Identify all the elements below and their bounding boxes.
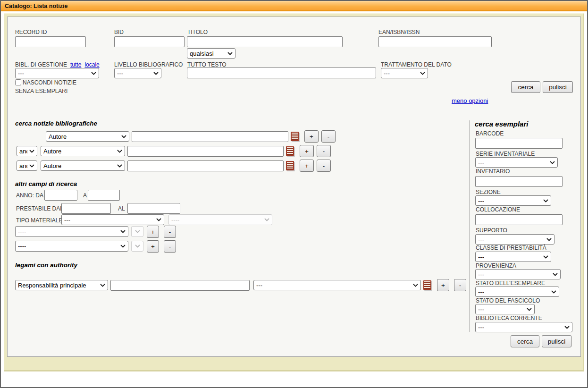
barcode-label: BARCODE: [476, 130, 504, 137]
catalog-window: Catalogo: Lista notizie RECORD ID BID TI…: [0, 0, 588, 388]
chevron-down-icon: [29, 150, 34, 153]
bibl-gestione-select[interactable]: ---: [15, 68, 99, 78]
tutto-testo-label: TUTTO TESTO: [187, 61, 227, 68]
esemplari-divider: [470, 120, 470, 332]
bibl-locale-link[interactable]: locale: [84, 61, 99, 68]
ean-input[interactable]: [378, 36, 492, 47]
cerca-button[interactable]: cerca: [511, 81, 540, 93]
serie-inventariale-label: SERIE INVENTARIALE: [476, 151, 535, 157]
anno-a-input[interactable]: [88, 190, 120, 201]
notizie-add-row-button-3[interactable]: +: [300, 160, 314, 172]
prestabile-dal-input[interactable]: [61, 203, 111, 214]
notizie-field-select-1[interactable]: Autore: [46, 131, 129, 142]
biblioteca-corrente-label: BIBLIOTECA CORRENTE: [476, 315, 542, 321]
stato-esemplare-label: STATO DELL'ESEMPLARE: [476, 280, 545, 287]
record-id-input[interactable]: [15, 36, 86, 47]
livello-select[interactable]: ---: [114, 68, 161, 78]
altri-add-row-button-2[interactable]: +: [147, 240, 159, 253]
notizie-field-select-3[interactable]: Autore: [41, 160, 125, 171]
tipo-materiale-select[interactable]: ---: [61, 214, 164, 225]
chevron-down-icon: [100, 284, 105, 287]
tipo-materiale-secondary-select: ----: [168, 214, 272, 225]
titolo-input[interactable]: [187, 36, 343, 47]
trattamento-label: TRATTAMENTO DEL DATO: [381, 61, 452, 68]
chevron-down-icon: [117, 150, 122, 153]
notizie-term-input-1[interactable]: [132, 131, 288, 142]
chevron-down-icon: [156, 218, 161, 221]
prestabile-al-input[interactable]: [127, 203, 180, 214]
notizie-field-select-2[interactable]: Autore: [41, 146, 125, 156]
chevron-down-icon: [91, 72, 96, 75]
legami-term-input[interactable]: [110, 280, 250, 291]
bid-label: BID: [114, 29, 124, 35]
titolo-match-select[interactable]: qualsiasi: [187, 48, 235, 59]
bid-input[interactable]: [114, 36, 185, 47]
chevron-down-icon: [550, 161, 555, 164]
altri-add-row-button-1[interactable]: +: [147, 226, 159, 238]
nascondi-checkbox-row: NASCONDI NOTIZIE SENZA ESEMPLARI: [15, 78, 90, 95]
altri-extra-select-2[interactable]: ----: [15, 241, 128, 252]
titolo-label: TITOLO: [187, 29, 208, 35]
chevron-down-icon: [121, 135, 126, 138]
list-lookup-icon[interactable]: [286, 161, 294, 170]
meno-opzioni-link[interactable]: meno opzioni: [452, 97, 488, 104]
inventario-input[interactable]: [475, 176, 563, 187]
chevron-down-icon: [543, 255, 548, 259]
legami-authority-select[interactable]: ---: [253, 280, 421, 290]
chevron-down-icon: [120, 230, 126, 233]
serie-inventariale-select[interactable]: ---: [475, 157, 558, 168]
record-id-label: RECORD ID: [15, 29, 47, 35]
supporto-select[interactable]: ---: [475, 234, 554, 245]
notizie-term-input-3[interactable]: [127, 160, 284, 171]
legami-field-select[interactable]: Responsabilità principale: [15, 280, 108, 290]
altri-heading: altri campi di ricerca: [15, 180, 77, 187]
stato-esemplare-select[interactable]: ---: [475, 287, 559, 297]
altri-extra-select-1[interactable]: ----: [15, 226, 128, 237]
stato-fascicolo-select[interactable]: ---: [475, 304, 535, 314]
notizie-remove-row-button-2[interactable]: -: [317, 145, 331, 157]
prestabile-al-label: AL: [118, 205, 125, 212]
esemplari-pulisci-button[interactable]: pulisci: [542, 335, 571, 347]
provenienza-label: PROVENIENZA: [476, 262, 516, 269]
tutto-testo-input[interactable]: [187, 67, 376, 78]
bibl-tutte-link[interactable]: tutte: [70, 61, 81, 68]
sezione-select[interactable]: ---: [475, 195, 551, 206]
page-title: Catalogo: Lista notizie: [5, 3, 67, 9]
list-lookup-icon[interactable]: [286, 146, 294, 156]
notizie-add-row-button-1[interactable]: +: [304, 130, 319, 143]
anno-a-label: A: [83, 192, 87, 199]
pulisci-button[interactable]: pulisci: [543, 81, 573, 93]
livello-label: LIVELLO BIBLIOGRAFICO: [114, 61, 183, 68]
list-lookup-icon[interactable]: [423, 280, 431, 290]
notizie-add-row-button-2[interactable]: +: [300, 145, 314, 157]
notizie-remove-row-button-3[interactable]: -: [317, 160, 331, 172]
list-lookup-icon[interactable]: [291, 132, 299, 141]
trattamento-select[interactable]: ---: [381, 68, 428, 78]
bibl-gestione-label: BIBL. DI GESTIONE: [15, 61, 67, 68]
nascondi-checkbox[interactable]: [15, 79, 21, 85]
notizie-remove-row-button-1[interactable]: -: [321, 130, 336, 143]
sezione-label: SEZIONE: [476, 189, 501, 195]
legami-remove-row-button[interactable]: -: [454, 279, 466, 291]
classe-prestabilita-select[interactable]: ---: [475, 252, 551, 262]
notizie-bool-select-3[interactable]: and: [17, 160, 37, 171]
nascondi-label: NASCONDI NOTIZIE SENZA ESEMPLARI: [15, 79, 76, 94]
collocazione-input[interactable]: [475, 214, 563, 225]
esemplari-cerca-button[interactable]: cerca: [511, 335, 539, 347]
altri-remove-row-button-2[interactable]: -: [164, 240, 176, 253]
provenienza-select[interactable]: ---: [475, 269, 561, 279]
legami-add-row-button[interactable]: +: [437, 279, 449, 291]
prestabile-dal-label: PRESTABILE DAL: [16, 205, 63, 212]
notizie-bool-select-2[interactable]: and: [17, 146, 37, 156]
anno-da-input[interactable]: [44, 190, 77, 201]
chevron-down-icon: [527, 308, 532, 311]
barcode-input[interactable]: [475, 138, 563, 149]
chevron-down-icon: [551, 290, 556, 294]
classe-prestabilita-label: CLASSE DI PRESTABILITÀ: [476, 245, 546, 251]
chevron-down-icon: [153, 72, 159, 75]
legami-heading: legami con authority: [15, 261, 77, 269]
altri-remove-row-button-1[interactable]: -: [164, 226, 176, 238]
biblioteca-corrente-select[interactable]: ---: [475, 322, 572, 332]
chevron-down-icon: [553, 273, 558, 276]
notizie-term-input-2[interactable]: [127, 146, 284, 157]
